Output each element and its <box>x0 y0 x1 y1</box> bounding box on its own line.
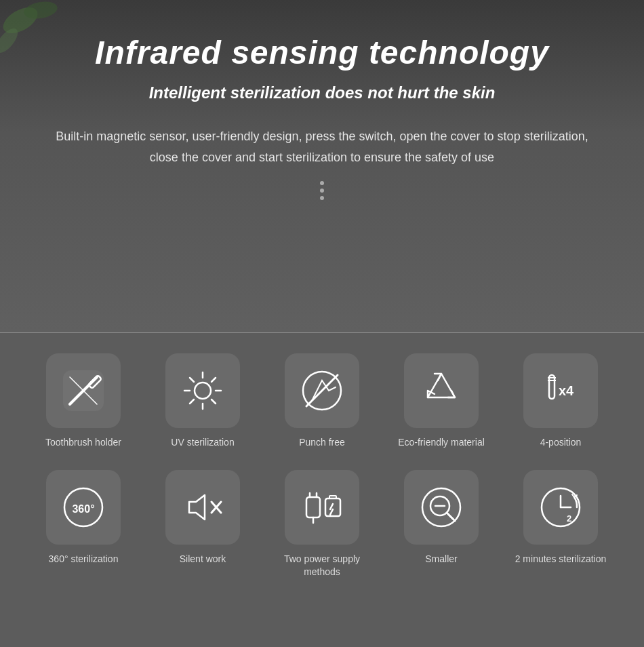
two-power-icon-box <box>285 470 359 545</box>
two-power-icon <box>298 484 346 531</box>
svg-line-13 <box>212 399 216 404</box>
dots-decoration <box>320 181 324 200</box>
feature-punch-free: Punch free <box>266 353 378 450</box>
uv-sterilization-icon-box <box>165 353 240 428</box>
svg-line-32 <box>330 504 333 509</box>
4-position-icon: x4 <box>537 367 584 414</box>
eco-friendly-icon <box>418 367 465 414</box>
bottom-section: Toothbrush holder UV sterilization <box>0 332 644 647</box>
features-grid: Toothbrush holder UV sterilization <box>27 353 617 579</box>
feature-uv-sterilization: UV sterilization <box>146 353 259 450</box>
smaller-icon <box>418 484 465 531</box>
dot-1 <box>320 181 324 185</box>
punch-free-icon-box <box>285 353 359 428</box>
360-sterilization-icon-box: 360° <box>46 470 121 545</box>
toothbrush-holder-label: Toothbrush holder <box>45 436 121 450</box>
toothbrush-holder-icon-box <box>46 353 121 428</box>
feature-2-minutes: 2 2 minutes sterilization <box>504 470 617 579</box>
svg-line-33 <box>330 509 333 515</box>
svg-rect-26 <box>306 497 320 517</box>
360-sterilization-icon: 360° <box>60 484 107 531</box>
feature-smaller: Smaller <box>385 470 498 579</box>
svg-point-7 <box>195 383 211 399</box>
smaller-label: Smaller <box>425 553 457 566</box>
punch-free-icon <box>298 367 346 414</box>
top-section: Infrared sensing technology Intelligent … <box>0 0 644 332</box>
4-position-label: 4-position <box>540 436 582 450</box>
toothbrush-holder-icon <box>60 367 107 414</box>
svg-text:360°: 360° <box>72 503 94 514</box>
smaller-icon-box <box>404 470 479 545</box>
2-minutes-icon: 2 <box>537 484 584 531</box>
main-title: Infrared sensing technology <box>95 34 549 71</box>
svg-text:x4: x4 <box>559 383 574 398</box>
2-minutes-label: 2 minutes sterilization <box>515 553 607 566</box>
svg-rect-31 <box>329 496 336 498</box>
dot-2 <box>320 189 324 193</box>
uv-sterilization-icon <box>179 367 226 414</box>
4-position-icon-box: x4 <box>523 353 598 428</box>
360-sterilization-label: 360° sterilization <box>49 553 119 566</box>
subtitle: Intelligent sterilization does not hurt … <box>149 83 496 102</box>
svg-line-37 <box>447 513 455 521</box>
description: Built-in magnetic sensor, user-friendly … <box>44 126 600 168</box>
svg-line-15 <box>190 399 194 404</box>
eco-friendly-label: Eco-friendly material <box>398 436 485 450</box>
svg-line-14 <box>212 378 216 382</box>
leaf-decoration-icon <box>0 0 81 81</box>
dot-3 <box>320 196 324 200</box>
eco-friendly-icon-box <box>404 353 479 428</box>
feature-silent-work: Silent work <box>146 470 259 579</box>
uv-sterilization-label: UV sterilization <box>171 436 234 450</box>
svg-rect-18 <box>549 375 555 399</box>
2-minutes-icon-box: 2 <box>523 470 598 545</box>
svg-rect-30 <box>325 498 340 516</box>
svg-line-12 <box>190 378 194 382</box>
feature-360-sterilization: 360° 360° sterilization <box>27 470 140 579</box>
punch-free-label: Punch free <box>299 436 345 450</box>
feature-4-position: x4 4-position <box>504 353 617 450</box>
silent-work-icon-box <box>165 470 240 545</box>
feature-toothbrush-holder: Toothbrush holder <box>27 353 140 450</box>
silent-work-label: Silent work <box>180 553 226 566</box>
feature-two-power: Two power supply methods <box>266 470 378 579</box>
feature-eco-friendly: Eco-friendly material <box>385 353 498 450</box>
svg-text:2: 2 <box>567 513 571 524</box>
silent-work-icon <box>179 484 226 531</box>
two-power-label: Two power supply methods <box>266 553 378 579</box>
